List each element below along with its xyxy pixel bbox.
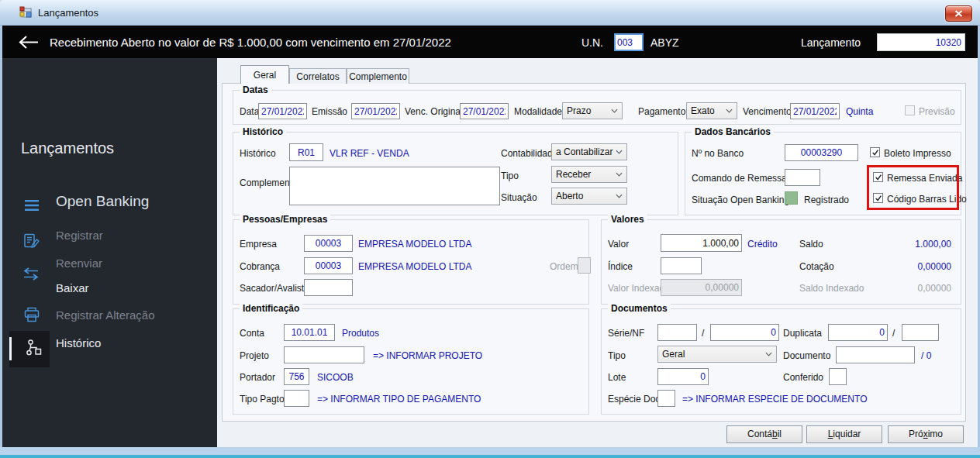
modalidade-select[interactable]: Prazo [562,102,623,119]
situacao-select[interactable]: Aberto [551,188,627,205]
comando-remessa-label: Comando de Remessa [692,173,787,184]
conta-input[interactable] [284,324,335,341]
venc-original-input[interactable] [460,103,509,119]
saldo-indexado-value: 0,00000 [918,283,951,294]
no-banco-label: Nº no Banco [692,148,744,159]
winform-app-icon [19,6,32,19]
valor-input[interactable] [661,234,742,252]
back-button[interactable] [18,35,39,53]
saldo-value: 1.000,00 [915,239,951,250]
tab-geral[interactable]: Geral [240,65,289,84]
projeto-label: Projeto [240,350,269,361]
chevron-down-icon [726,108,733,113]
complemento-textarea[interactable] [289,167,500,205]
duplicata-separator: / [892,328,895,339]
tab-correlatos[interactable]: Correlatos [289,68,347,84]
lote-input[interactable] [657,368,709,385]
empresa-code-input[interactable] [304,235,353,252]
window-left-border [0,26,2,447]
historico-code-input[interactable] [289,143,323,161]
sidebar: Lançamentos Open Banking Registrar Reenv… [2,58,217,447]
portador-description: SICOOB [317,372,354,383]
documento-input[interactable] [836,346,915,363]
vencimento-input[interactable] [790,103,840,119]
liquidar-button[interactable]: Liquidar [806,425,882,443]
valor-label: Valor [608,239,629,250]
boleto-impresso-checkbox[interactable] [870,147,880,157]
status-indicator [785,191,798,205]
group-historico-title: Histórico [240,126,286,137]
situacao-open-banking-status: Registrado [804,195,849,205]
tipo-documento-label: Tipo [608,350,626,361]
tipo-pagto-input[interactable] [284,390,309,407]
sidebar-item-baixar[interactable]: Baixar [56,281,89,294]
tipo-documento-value: Geral [662,349,685,360]
serie-input[interactable] [657,324,697,341]
especie-doc-input[interactable] [657,390,675,407]
previsao-checkbox[interactable] [905,105,915,115]
tab-complemento[interactable]: Complemento [347,68,409,84]
sidebar-section-open-banking: Open Banking [56,193,149,210]
conferido-input[interactable] [829,368,847,385]
duplicata-input[interactable] [828,324,888,341]
indice-input[interactable] [661,257,702,274]
sidebar-item-historico[interactable]: Histórico [56,336,101,350]
sacador-avalista-input[interactable] [304,279,353,296]
close-button[interactable] [945,5,972,22]
historico-label: Histórico [240,148,276,159]
group-valores: Valores Valor Crédito Saldo 1.000,00 Índ… [601,219,961,305]
chevron-down-icon [611,108,618,113]
check-icon [871,149,879,157]
vencimento-label: Vencimento [743,106,792,117]
cobranca-code-input[interactable] [304,257,353,274]
sidebar-item-registrar-alteracao[interactable]: Registrar Alteração [56,308,155,322]
tipo-pagto-label: Tipo Pagto. [240,394,287,405]
boleto-impresso-label: Boleto Impresso [884,148,951,159]
conferido-label: Conferido [783,372,823,383]
lancamento-number-input[interactable] [877,33,965,51]
duplicata-extra-input[interactable] [902,324,939,341]
un-input[interactable] [614,33,644,51]
ordem-input[interactable] [578,257,591,274]
comando-remessa-input[interactable] [785,169,820,186]
sidebar-item-reenviar[interactable]: Reenviar [56,257,102,270]
conta-label: Conta [240,328,264,339]
situacao-open-banking-label: Situação Open Banking [692,195,789,205]
group-identificacao-title: Identificação [240,303,302,314]
lancamento-label: Lançamento [801,36,861,49]
sidebar-item-registrar[interactable]: Registrar [56,229,103,242]
emissao-input[interactable] [351,103,400,119]
tipo-documento-select[interactable]: Geral [657,346,777,363]
cotacao-value: 0,00000 [918,261,951,272]
empresa-name: EMPRESA MODELO LTDA [358,239,471,250]
saldo-indexado-label: Saldo Indexado [799,283,864,294]
hamburger-icon[interactable] [24,199,40,212]
sidebar-title: Lançamentos [21,139,114,157]
tipo-select[interactable]: Receber [551,166,627,183]
window-bottom-border [0,447,980,458]
contabil-button[interactable]: Contábil [726,425,802,443]
nf-input[interactable] [710,324,779,341]
venc-original-label: Venc. Original [405,106,463,117]
back-arrow-icon [18,35,39,50]
serie-nf-label: Série/NF [608,328,644,339]
especie-doc-label: Espécie Doc. [608,394,663,405]
annotation-highlight-rect [867,165,959,210]
record-summary: Recebimento Aberto no valor de R$ 1.000,… [50,36,451,49]
contabilidade-select[interactable]: a Contabilizar [551,143,627,160]
history-flow-icon [26,339,43,356]
no-banco-input[interactable] [785,144,858,161]
group-documentos: Documentos Série/NF / Duplicata / Tipo G… [601,308,961,415]
group-dados-bancarios-title: Dados Bancários [692,126,774,137]
valor-indexado-input[interactable] [661,279,742,296]
data-input[interactable] [258,103,307,119]
proximo-button[interactable]: Próximo [888,425,964,443]
close-icon [954,10,963,17]
register-icon [23,232,40,249]
pagamento-select[interactable]: Exato [686,102,737,119]
projeto-input[interactable] [284,346,364,363]
chevron-down-icon [616,194,623,198]
portador-input[interactable] [284,368,309,385]
tipo-label: Tipo [501,170,519,181]
situacao-value: Aberto [556,191,583,201]
